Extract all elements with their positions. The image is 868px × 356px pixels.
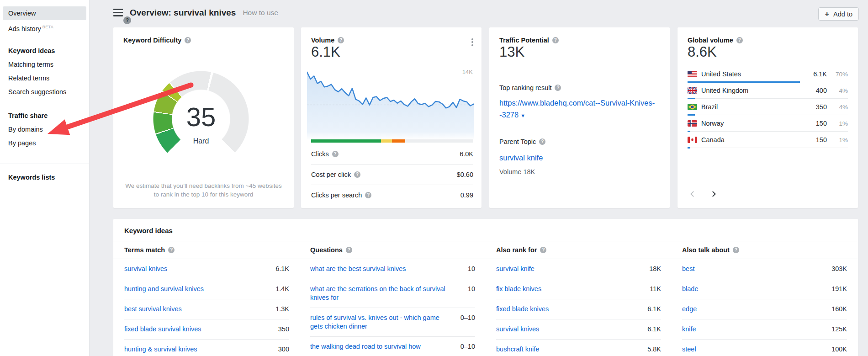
keyword-link[interactable]: edge [682,305,697,313]
column-header-label: Also rank for [496,246,537,254]
beta-badge: BETA [42,25,53,29]
help-icon[interactable]: ? [338,37,344,43]
help-icon[interactable]: ? [354,171,360,178]
country-volume: 150 [816,120,827,127]
help-icon[interactable]: ? [346,247,352,253]
keyword-link[interactable]: best survival knives [124,305,182,313]
keyword-row: hunting and survival knives1.4K [124,279,289,299]
prev-page-icon[interactable] [690,191,696,197]
country-name: United Kingdom [701,87,748,94]
column-header-also-rank-for: Also rank for? [496,246,661,254]
help-icon[interactable]: ? [365,192,371,198]
keyword-link[interactable]: survival knives [124,265,167,273]
keyword-link[interactable]: what are the best survival knives [310,265,406,273]
parent-topic-link[interactable]: survival knife [499,152,660,164]
sidebar-item-ads-history[interactable]: Ads historyBETA [0,20,89,34]
keyword-volume: 350 [274,325,289,334]
column-header-label: Also talk about [682,246,730,254]
country-row: Canada1501% [688,132,848,148]
column-header-also-talk-about: Also talk about? [682,246,847,254]
global-volume-card: Global volume ? 8.6K United States6.1K70… [677,27,858,208]
keyword-volume: 0–10 [456,342,475,351]
keyword-link[interactable]: knife [682,325,696,334]
add-to-button[interactable]: + Add to [818,7,859,21]
keyword-difficulty-label: Hard [153,137,249,145]
help-icon[interactable]: ? [540,247,546,253]
keyword-link[interactable]: survival knives [496,325,539,334]
keyword-volume: 0–10 [456,313,475,322]
keyword-volume: 10 [463,265,475,273]
sidebar-item-by-domains[interactable]: By domains [0,122,89,136]
column-header-label: Terms match [124,246,165,254]
sidebar-item-search-suggestions[interactable]: Search suggestions [0,85,89,99]
next-page-icon[interactable] [710,191,716,197]
help-icon[interactable]: ? [539,138,545,145]
help-icon[interactable]: ? [168,247,175,253]
country-percent: 1% [827,120,848,127]
menu-toggle-icon[interactable] [113,9,123,16]
keyword-link[interactable]: bushcraft knife [496,345,539,354]
metric-value: $0.60 [457,171,473,178]
country-volume-list: United States6.1K70%United Kingdom4004%B… [688,66,848,148]
keyword-link[interactable]: fix blade knives [496,285,541,293]
flag-brazil-icon [688,104,697,110]
keyword-difficulty-caption: We estimate that you’ll need backlinks f… [124,181,283,199]
keyword-row: blade191K [682,279,847,299]
keyword-link[interactable]: survival knife [496,265,535,273]
global-volume-title: Global volume [688,37,733,44]
keyword-difficulty-value: 35 [153,104,249,130]
traffic-potential-title: Traffic Potential [499,37,549,44]
how-to-use-link[interactable]: How to use [243,9,278,17]
keyword-volume: 160K [827,305,847,313]
traffic-potential-value: 13K [499,44,524,60]
volume-trend-chart [307,65,474,140]
country-row: Norway1501% [688,115,848,132]
keyword-link[interactable]: steel [682,345,696,354]
help-icon[interactable]: ? [733,247,739,253]
keyword-link[interactable]: fixed blade knives [496,305,549,313]
sidebar-nav: OverviewAds historyBETAKeyword ideasMatc… [0,0,90,356]
metric-value: 6.0K [460,150,473,158]
help-icon[interactable]: ? [185,37,191,43]
sidebar-item-overview[interactable]: Overview [3,6,86,20]
sidebar-item-by-pages[interactable]: By pages [0,136,89,150]
keyword-link[interactable]: hunting and survival knives [124,285,204,293]
keyword-row: survival knives6.1K [496,319,661,340]
add-to-label: Add to [833,11,852,18]
country-name: Norway [701,120,724,127]
keyword-link[interactable]: hunting & survival knives [124,345,197,354]
keyword-row: edge160K [682,299,847,319]
top-ranking-result-label: Top ranking result [499,84,551,91]
keyword-row: rules of survival vs. knives out - which… [310,308,475,337]
help-icon[interactable]: ? [332,151,339,157]
country-volume: 150 [816,136,827,143]
country-name: Canada [701,136,725,143]
help-icon[interactable]: ? [555,85,561,91]
keyword-row: knife125K [682,319,847,340]
plus-icon: + [825,10,829,18]
flag-canada-icon [688,137,697,143]
keyword-row: hunting & survival knives300 [124,340,289,356]
top-ranking-result-link[interactable]: https://www.bladehq.com/cat--Survival-Kn… [499,97,660,122]
help-icon[interactable]: ? [552,37,559,43]
keyword-link[interactable]: blade [682,285,698,293]
kebab-menu-icon[interactable] [471,37,473,47]
parent-topic-volume: Volume 18K [499,168,535,175]
page-header: Overview: survival knives ? How to use [113,0,278,25]
keyword-row: the walking dead road to survival how0–1… [310,337,475,356]
keyword-volume: 191K [827,285,847,293]
keyword-link[interactable]: what are the serrations on the back of s… [310,285,451,302]
help-icon[interactable]: ? [123,16,131,24]
flag-united-states-icon [688,71,697,77]
sidebar-item-related-terms[interactable]: Related terms [0,71,89,85]
sidebar-item-matching-terms[interactable]: Matching terms [0,58,89,71]
keyword-link[interactable]: rules of survival vs. knives out - which… [310,313,451,331]
keyword-volume: 6.1K [271,265,289,273]
keyword-link[interactable]: best [682,265,694,273]
country-row: Brazil3504% [688,99,848,115]
country-percent: 1% [827,137,848,143]
help-icon[interactable]: ? [736,37,743,43]
keyword-link[interactable]: the walking dead road to survival how [310,342,421,351]
keyword-link[interactable]: fixed blade survival knives [124,325,201,334]
keyword-volume: 1.3K [271,305,289,313]
